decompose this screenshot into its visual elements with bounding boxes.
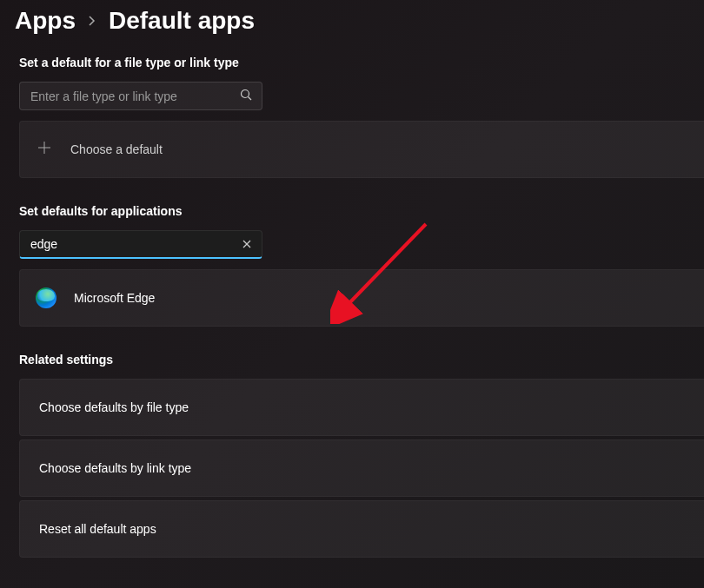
choose-default-label: Choose a default <box>70 142 163 156</box>
clear-icon[interactable] <box>242 238 252 252</box>
setting-label: Choose defaults by file type <box>39 400 189 414</box>
breadcrumb-parent[interactable]: Apps <box>15 7 76 35</box>
breadcrumb-current: Default apps <box>109 7 255 35</box>
setting-choose-by-linktype[interactable]: Choose defaults by link type <box>19 439 704 497</box>
applications-search-input[interactable] <box>19 230 262 259</box>
setting-label: Choose defaults by link type <box>39 461 191 475</box>
filetype-search-box <box>19 82 262 110</box>
breadcrumb: Apps Default apps <box>15 7 704 35</box>
setting-reset-defaults[interactable]: Reset all default apps <box>19 500 704 558</box>
filetype-search-input[interactable] <box>19 82 262 110</box>
filetype-section-label: Set a default for a file type or link ty… <box>19 56 704 69</box>
app-result-label: Microsoft Edge <box>74 291 155 305</box>
choose-default-button[interactable]: Choose a default <box>19 121 704 178</box>
applications-section-label: Set defaults for applications <box>19 204 704 218</box>
plus-icon <box>36 140 53 160</box>
related-settings-label: Related settings <box>19 353 704 367</box>
edge-icon <box>36 287 56 308</box>
applications-search-box <box>19 230 262 259</box>
setting-choose-by-filetype[interactable]: Choose defaults by file type <box>19 379 704 436</box>
chevron-right-icon <box>88 11 96 31</box>
app-result-microsoft-edge[interactable]: Microsoft Edge <box>19 269 704 327</box>
setting-label: Reset all default apps <box>39 522 156 536</box>
